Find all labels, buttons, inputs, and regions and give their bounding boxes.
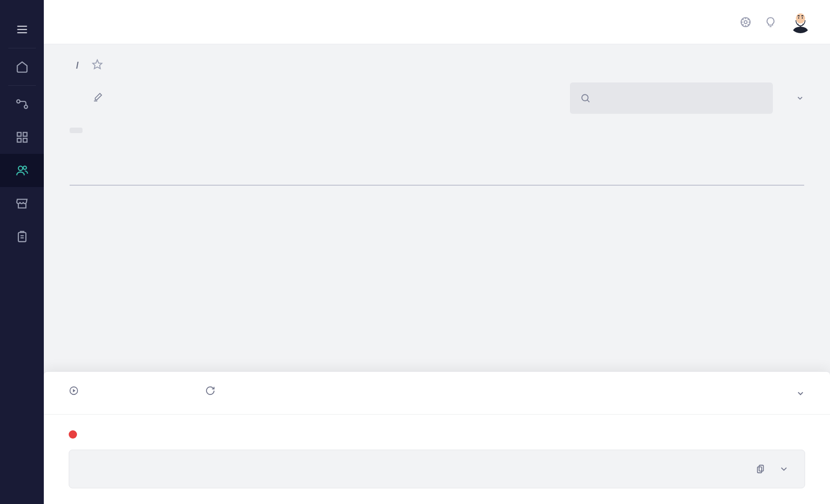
page-header: / xyxy=(44,44,830,152)
svg-rect-5 xyxy=(17,133,21,136)
chevron-down-icon[interactable] xyxy=(779,464,789,474)
lightbulb-icon xyxy=(765,16,777,28)
collapse-button[interactable] xyxy=(796,389,805,400)
grid-icon xyxy=(16,131,29,144)
nav-components[interactable] xyxy=(0,121,44,154)
svg-marker-28 xyxy=(93,60,102,69)
svg-point-4 xyxy=(24,105,27,108)
pencil-icon xyxy=(93,92,103,102)
help-button[interactable] xyxy=(765,16,777,28)
breadcrumb-separator: / xyxy=(76,60,79,71)
search-box[interactable] xyxy=(570,82,773,114)
svg-line-23 xyxy=(748,19,749,20)
users-icon xyxy=(16,164,29,177)
nav-marketplace[interactable] xyxy=(0,187,44,220)
detail-panel xyxy=(44,371,830,504)
svg-point-10 xyxy=(23,166,26,170)
svg-point-3 xyxy=(17,100,20,103)
filter-button[interactable] xyxy=(791,94,804,102)
svg-line-20 xyxy=(742,19,743,20)
svg-point-27 xyxy=(802,17,803,18)
gear-icon xyxy=(740,16,752,28)
sidebar xyxy=(0,0,44,504)
main: / xyxy=(44,0,830,504)
svg-point-25 xyxy=(796,13,805,23)
menu-icon xyxy=(16,23,29,36)
svg-rect-8 xyxy=(23,138,27,142)
badge-row xyxy=(70,127,804,135)
refresh-icon xyxy=(205,386,215,396)
tier-badge xyxy=(70,128,83,133)
edit-button[interactable] xyxy=(93,92,103,104)
svg-line-21 xyxy=(748,24,749,25)
flow-icon xyxy=(16,98,29,111)
chevron-down-icon xyxy=(796,94,804,102)
nav-home[interactable] xyxy=(0,50,44,83)
star-icon xyxy=(92,59,103,70)
svg-line-31 xyxy=(587,100,589,102)
copy-icon[interactable] xyxy=(756,464,766,474)
search-input[interactable] xyxy=(600,93,763,104)
clipboard-icon xyxy=(16,230,29,243)
svg-rect-11 xyxy=(18,233,25,242)
detail-message-box xyxy=(69,450,805,488)
avatar[interactable] xyxy=(789,11,812,33)
svg-point-15 xyxy=(744,20,747,23)
status-dot xyxy=(69,430,77,439)
detail-timestamp-row xyxy=(69,430,805,439)
logs-table xyxy=(44,152,830,186)
detail-instance-col xyxy=(69,386,85,403)
favorite-button[interactable] xyxy=(92,59,103,72)
divider xyxy=(8,48,36,48)
settings-button[interactable] xyxy=(740,16,752,28)
store-icon xyxy=(16,197,29,210)
divider xyxy=(8,85,36,86)
chevron-down-icon xyxy=(796,389,805,398)
breadcrumb: / xyxy=(70,59,804,72)
svg-point-9 xyxy=(18,166,22,170)
avatar-image xyxy=(789,11,812,33)
svg-rect-6 xyxy=(23,133,27,136)
svg-point-30 xyxy=(582,94,588,101)
search-icon xyxy=(580,92,591,104)
play-circle-icon xyxy=(69,386,79,396)
detail-body xyxy=(44,415,830,504)
menu-button[interactable] xyxy=(0,13,44,46)
topbar xyxy=(44,0,830,44)
nav-customers[interactable] xyxy=(0,154,44,187)
nav-logs[interactable] xyxy=(0,220,44,253)
table-header xyxy=(70,172,804,186)
svg-line-22 xyxy=(742,24,743,25)
svg-rect-7 xyxy=(17,138,21,142)
detail-header xyxy=(44,372,830,415)
title-row xyxy=(70,82,804,114)
detail-execution-col xyxy=(205,386,222,403)
home-icon xyxy=(16,60,29,73)
svg-marker-33 xyxy=(73,389,76,392)
nav-integrations[interactable] xyxy=(0,88,44,121)
content: / xyxy=(44,44,830,504)
svg-point-26 xyxy=(798,17,800,18)
